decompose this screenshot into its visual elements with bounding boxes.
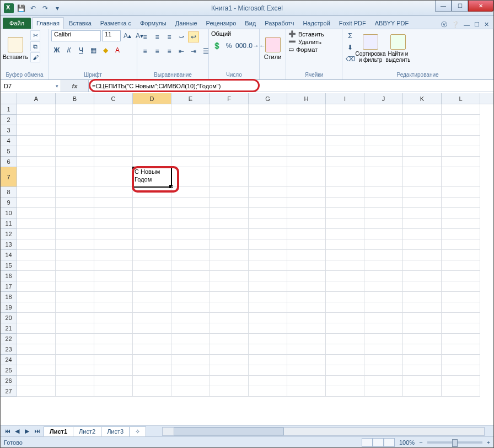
cell[interactable] [94, 344, 133, 355]
cell[interactable] [403, 104, 442, 115]
cell[interactable] [17, 187, 56, 198]
cell[interactable] [326, 167, 364, 187]
cell[interactable] [364, 125, 403, 136]
cell[interactable] [210, 334, 249, 344]
cell[interactable] [403, 355, 442, 365]
cell[interactable] [94, 136, 133, 146]
cell[interactable] [403, 344, 442, 355]
cell[interactable] [326, 136, 364, 146]
row-header[interactable]: 11 [1, 218, 17, 229]
cell[interactable] [249, 146, 287, 157]
cut-icon[interactable]: ✂ [30, 30, 40, 40]
cell[interactable] [442, 292, 480, 302]
cell[interactable] [133, 292, 171, 302]
cell[interactable] [56, 260, 94, 271]
cell[interactable] [287, 344, 326, 355]
cell[interactable] [364, 386, 403, 397]
horizontal-scrollbar[interactable] [162, 427, 485, 436]
font-size-select[interactable]: 11 [102, 30, 121, 41]
styles-button[interactable]: Стили [262, 30, 283, 67]
cell[interactable] [287, 167, 326, 187]
cell[interactable] [133, 250, 171, 260]
cell[interactable] [133, 136, 171, 146]
cell[interactable] [94, 125, 133, 136]
cell[interactable] [364, 376, 403, 386]
cell[interactable] [326, 302, 364, 313]
cell[interactable] [171, 386, 210, 397]
cell[interactable] [133, 302, 171, 313]
cell[interactable] [364, 167, 403, 187]
cell[interactable] [364, 104, 403, 115]
cell[interactable] [17, 125, 56, 136]
cell[interactable] [287, 260, 326, 271]
cell[interactable] [56, 229, 94, 239]
cell[interactable] [17, 250, 56, 260]
cell[interactable] [326, 313, 364, 323]
cell[interactable] [56, 187, 94, 198]
cell[interactable] [287, 104, 326, 115]
cell[interactable] [133, 125, 171, 136]
redo-icon[interactable]: ↷ [40, 3, 50, 13]
cell[interactable] [403, 365, 442, 376]
cell[interactable] [56, 136, 94, 146]
sheet-tab[interactable]: Лист3 [101, 426, 130, 436]
number-format-select[interactable]: Общий [211, 30, 255, 37]
cell[interactable] [403, 208, 442, 218]
cell[interactable] [210, 167, 249, 187]
cell[interactable] [94, 386, 133, 397]
cell[interactable] [287, 323, 326, 334]
cell[interactable] [249, 208, 287, 218]
cell[interactable] [249, 239, 287, 250]
cell[interactable] [56, 104, 94, 115]
cell[interactable] [364, 260, 403, 271]
cell[interactable] [171, 208, 210, 218]
row-header[interactable]: 22 [1, 334, 17, 344]
fill-color-icon[interactable]: ◆ [100, 45, 111, 56]
cell[interactable] [403, 157, 442, 167]
cell[interactable] [403, 229, 442, 239]
cell[interactable] [17, 386, 56, 397]
cell[interactable] [364, 146, 403, 157]
cell[interactable] [364, 157, 403, 167]
cell[interactable] [171, 104, 210, 115]
col-header[interactable]: K [403, 93, 442, 104]
cell[interactable] [171, 115, 210, 125]
cell[interactable] [56, 271, 94, 281]
cell[interactable] [94, 146, 133, 157]
cell[interactable] [56, 313, 94, 323]
cell[interactable] [210, 323, 249, 334]
col-header[interactable]: D [133, 93, 171, 104]
row-header[interactable]: 2 [1, 115, 17, 125]
undo-icon[interactable]: ↶ [28, 3, 38, 13]
cell[interactable] [171, 125, 210, 136]
cell[interactable] [287, 302, 326, 313]
cell[interactable] [442, 271, 480, 281]
cell[interactable] [287, 239, 326, 250]
zoom-slider[interactable] [427, 441, 482, 444]
select-all-corner[interactable] [1, 93, 17, 104]
cell[interactable] [442, 136, 480, 146]
save-icon[interactable]: 💾 [16, 3, 26, 13]
cell[interactable] [133, 365, 171, 376]
cell[interactable] [364, 365, 403, 376]
cell[interactable] [287, 198, 326, 208]
cell[interactable] [56, 125, 94, 136]
cell[interactable] [287, 187, 326, 198]
cell[interactable] [364, 229, 403, 239]
cell[interactable] [287, 313, 326, 323]
cell[interactable] [133, 157, 171, 167]
cell[interactable] [210, 187, 249, 198]
cell[interactable] [56, 281, 94, 292]
cell[interactable] [133, 376, 171, 386]
cell[interactable] [364, 187, 403, 198]
cell[interactable] [364, 281, 403, 292]
cell[interactable] [171, 302, 210, 313]
inc-decimal-icon[interactable]: .0→ [248, 40, 259, 51]
cell[interactable] [442, 208, 480, 218]
cell[interactable] [133, 355, 171, 365]
indent-inc-icon[interactable]: ⇥ [188, 46, 199, 57]
row-header[interactable]: 14 [1, 250, 17, 260]
cell[interactable]: С НовымГодом [133, 167, 171, 187]
cell[interactable] [287, 271, 326, 281]
cell[interactable] [442, 146, 480, 157]
